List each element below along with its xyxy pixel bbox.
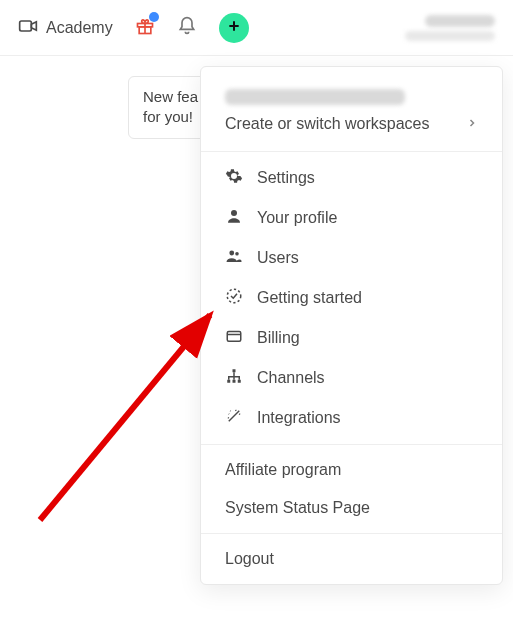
tooltip-line1: New fea [143,87,198,107]
menu-item-affiliate[interactable]: Affiliate program [201,451,502,489]
svg-rect-10 [233,380,236,383]
wand-icon [225,407,243,429]
progress-circle-icon [225,287,243,309]
academy-label: Academy [46,19,113,37]
add-button[interactable] [219,13,249,43]
menu-item-users[interactable]: Users [201,238,502,278]
gear-icon [225,167,243,189]
menu-item-status[interactable]: System Status Page [201,489,502,527]
menu-label: Integrations [257,409,341,427]
svg-rect-11 [238,380,241,383]
menu-divider [201,151,502,152]
svg-rect-0 [20,21,32,31]
user-icon [225,207,243,229]
svg-point-6 [227,289,241,303]
menu-item-integrations[interactable]: Integrations [201,398,502,438]
chevron-right-icon [466,115,478,133]
menu-label: System Status Page [225,499,370,517]
credit-card-icon [225,327,243,349]
user-name-redacted [425,15,495,27]
menu-label: Logout [225,550,274,568]
svg-line-12 [40,315,210,520]
gift-button[interactable] [135,16,155,40]
tooltip-line2: for you! [143,107,198,127]
menu-item-profile[interactable]: Your profile [201,198,502,238]
bell-icon [177,16,197,40]
menu-label: Users [257,249,299,267]
topbar: Academy [0,0,513,56]
switch-workspace-label: Create or switch workspaces [225,115,430,133]
users-icon [225,247,243,269]
svg-rect-8 [233,369,236,372]
sitemap-icon [225,367,243,389]
notifications-button[interactable] [177,16,197,40]
menu-item-logout[interactable]: Logout [201,540,502,578]
svg-point-5 [235,252,239,256]
menu-divider [201,533,502,534]
menu-divider [201,444,502,445]
svg-rect-7 [227,332,241,342]
notification-dot-icon [149,12,159,22]
user-sub-redacted [405,31,495,41]
user-dropdown-menu: Create or switch workspaces Settings You… [200,66,503,585]
plus-icon [226,18,242,38]
menu-item-billing[interactable]: Billing [201,318,502,358]
menu-label: Getting started [257,289,362,307]
svg-point-3 [231,210,237,216]
menu-item-channels[interactable]: Channels [201,358,502,398]
menu-label: Your profile [257,209,337,227]
menu-label: Affiliate program [225,461,341,479]
svg-point-4 [229,251,234,256]
menu-label: Settings [257,169,315,187]
svg-rect-9 [227,380,230,383]
video-icon [18,16,38,40]
academy-link[interactable]: Academy [18,16,113,40]
workspace-name-redacted [225,89,405,105]
menu-label: Billing [257,329,300,347]
menu-item-settings[interactable]: Settings [201,158,502,198]
switch-workspace-item[interactable]: Create or switch workspaces [201,109,502,145]
menu-item-getting-started[interactable]: Getting started [201,278,502,318]
user-menu-trigger[interactable] [405,15,495,41]
menu-label: Channels [257,369,325,387]
